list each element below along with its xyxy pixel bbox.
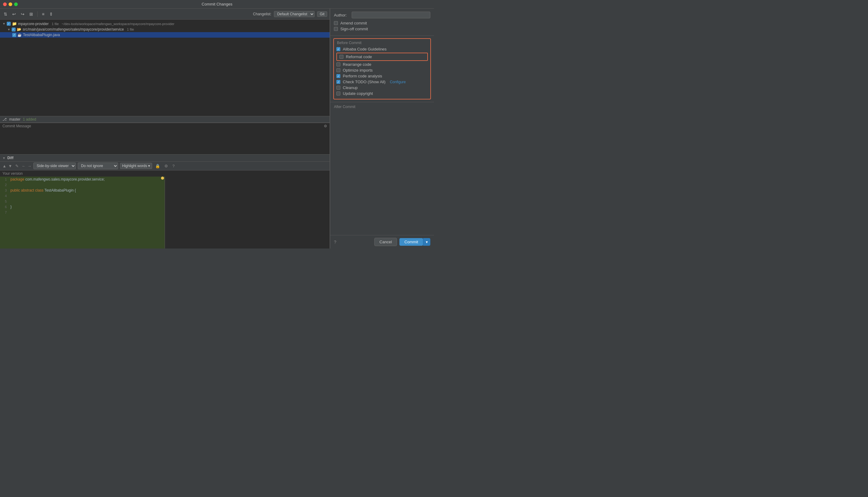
commit-dropdown-button[interactable]: ▼: [423, 238, 430, 246]
diff-prev-change[interactable]: ▲: [2, 164, 6, 168]
folder-icon: 📁: [12, 22, 17, 26]
your-version-label: Your version: [0, 170, 330, 176]
analysis-label: Perform code analysis: [343, 74, 382, 79]
cleanup-checkbox[interactable]: [336, 86, 340, 90]
diff-next-change[interactable]: ▼: [8, 164, 12, 168]
configure-link[interactable]: Configure: [390, 80, 406, 84]
commit-message-settings[interactable]: ⚙: [324, 124, 327, 128]
copyright-label: Update copyright: [343, 91, 373, 96]
tree-item-mpaycore-provider[interactable]: ▼ 📁 mpaycore-provider 1 file ~/dev-tools…: [0, 21, 330, 27]
expand-icon: ▼: [8, 28, 10, 31]
diff-content: 1 package com.mafengwo.sales.mpaycore.pr…: [0, 176, 330, 248]
diff-arrow-right[interactable]: →: [28, 164, 31, 168]
ignore-select[interactable]: Do not ignore Ignore whitespace: [78, 162, 118, 169]
sort-button[interactable]: ⇕: [48, 11, 54, 17]
diff-header: ▼ Diff: [0, 155, 330, 161]
signoff-checkbox[interactable]: [334, 27, 338, 31]
tree-item-detail: 1 file ~/dev-tools/workspace/mafengwo_wo…: [52, 22, 174, 26]
alibaba-label: Alibaba Code Guidelines: [343, 47, 387, 52]
alibaba-checkbox[interactable]: [336, 47, 340, 51]
code-line-1: 1 package com.mafengwo.sales.mpaycore.pr…: [0, 176, 165, 182]
git-tab[interactable]: Git: [317, 11, 327, 17]
signoff-commit-row: Sign-off commit: [334, 27, 430, 31]
signoff-label: Sign-off commit: [340, 27, 368, 31]
alibaba-guidelines-row: Alibaba Code Guidelines: [336, 47, 428, 52]
tree-item-test-file[interactable]: ☕ TestAlibabaPlugin.java: [0, 32, 330, 38]
todo-label: Check TODO (Show All): [343, 80, 386, 84]
tree-item-label: mpaycore-provider: [18, 22, 49, 26]
toolbar: ⇅ ↩ ↪ ⊞ ≡ ⇕ Changelist: Default Changeli…: [0, 9, 330, 19]
undo-button[interactable]: ↩: [11, 11, 17, 17]
diff-edit-btn[interactable]: ✎: [14, 163, 20, 169]
diff-arrow-left[interactable]: ←: [22, 164, 26, 168]
collapse-all-button[interactable]: ≡: [41, 11, 46, 17]
main-container: ⇅ ↩ ↪ ⊞ ≡ ⇕ Changelist: Default Changeli…: [0, 9, 434, 248]
after-commit-header: After Commit: [334, 105, 430, 109]
maximize-button[interactable]: [14, 2, 18, 6]
todo-checkbox[interactable]: [336, 80, 340, 84]
tree-item-label: src/main/java/com/mafengwo/sales/mpaycor…: [23, 27, 124, 31]
changelist-select[interactable]: Default Changelist: [274, 11, 315, 17]
window-controls: [3, 2, 18, 6]
bottom-bar: ? Cancel Commit ▼: [330, 235, 434, 248]
reformat-label: Reformat code: [346, 55, 372, 59]
added-badge: 1 added: [23, 117, 36, 122]
optimize-checkbox[interactable]: [336, 68, 340, 72]
file-tree: ▼ 📁 mpaycore-provider 1 file ~/dev-tools…: [0, 19, 330, 116]
commit-message-label: Commit Message ⚙: [0, 123, 330, 129]
rearrange-label: Rearrange code: [343, 62, 371, 67]
right-panel: Author: Amend commit Sign-off commit Bef…: [330, 9, 434, 248]
amend-commit-row: Amend commit: [334, 21, 430, 25]
checkbox-test-file[interactable]: [12, 33, 16, 37]
author-label: Author:: [334, 13, 349, 17]
commit-button-group: Commit ▼: [399, 238, 430, 246]
rearrange-checkbox[interactable]: [336, 62, 340, 67]
author-input[interactable]: [352, 12, 430, 18]
tree-item-service-folder[interactable]: ▼ 📂 src/main/java/com/mafengwo/sales/mpa…: [0, 27, 330, 32]
amend-checkbox[interactable]: [334, 21, 338, 25]
diff-label: Diff: [8, 156, 13, 160]
vcs-update-button[interactable]: ⇅: [2, 11, 9, 17]
before-commit-section: Before Commit Alibaba Code Guidelines Re…: [333, 38, 431, 99]
checkbox-mpaycore-provider[interactable]: [7, 22, 11, 26]
lock-btn[interactable]: 🔒: [154, 163, 161, 169]
code-line-2: 2: [0, 182, 165, 188]
branch-icon: ⎇: [2, 117, 7, 122]
title-bar: Commit Changes: [0, 0, 434, 9]
code-line-3: 3 public abstract class TestAlibabaPlugi…: [0, 188, 165, 193]
separator: [37, 11, 38, 17]
diff-section: ▼ Diff ▲ ▼ ✎ ← → Side-by-side viewer Uni…: [0, 154, 330, 248]
update-copyright-row: Update copyright: [336, 91, 428, 96]
minimize-button[interactable]: [9, 2, 12, 6]
settings-btn[interactable]: ⚙: [163, 163, 169, 169]
check-todo-row: Check TODO (Show All) Configure: [336, 80, 428, 84]
highlight-words-button[interactable]: Highlight words ▾: [120, 163, 152, 169]
commit-message-input[interactable]: [0, 129, 330, 153]
analysis-checkbox[interactable]: [336, 74, 340, 78]
redo-button[interactable]: ↪: [19, 11, 26, 17]
dialog-body: ⇅ ↩ ↪ ⊞ ≡ ⇕ Changelist: Default Changeli…: [0, 9, 434, 248]
after-commit-section: After Commit: [330, 102, 434, 113]
tree-item-label: TestAlibabaPlugin.java: [23, 33, 60, 37]
cleanup-row: Cleanup: [336, 85, 428, 90]
cancel-button[interactable]: Cancel: [374, 238, 397, 246]
optimize-imports-row: Optimize imports: [336, 68, 428, 72]
help-btn[interactable]: ?: [171, 163, 176, 169]
close-button[interactable]: [3, 2, 7, 6]
copyright-checkbox[interactable]: [336, 91, 340, 96]
code-line-6: 6 }: [0, 204, 165, 210]
amend-label: Amend commit: [340, 21, 367, 25]
checkbox-service-folder[interactable]: [12, 28, 16, 31]
commit-button[interactable]: Commit: [399, 238, 423, 246]
label-text: Commit Message: [2, 124, 31, 128]
viewer-select[interactable]: Side-by-side viewer Unified viewer: [33, 162, 76, 169]
reformat-checkbox[interactable]: [339, 55, 343, 59]
diff-toolbar: ▲ ▼ ✎ ← → Side-by-side viewer Unified vi…: [0, 161, 330, 170]
cleanup-label: Cleanup: [343, 85, 357, 90]
optimize-label: Optimize imports: [343, 68, 373, 72]
change-indicator: [161, 176, 164, 180]
help-button[interactable]: ?: [334, 240, 336, 244]
diff-button[interactable]: ⊞: [28, 11, 34, 17]
commit-message-section: Commit Message ⚙: [0, 123, 330, 154]
highlight-words-label: Highlight words: [122, 164, 147, 168]
